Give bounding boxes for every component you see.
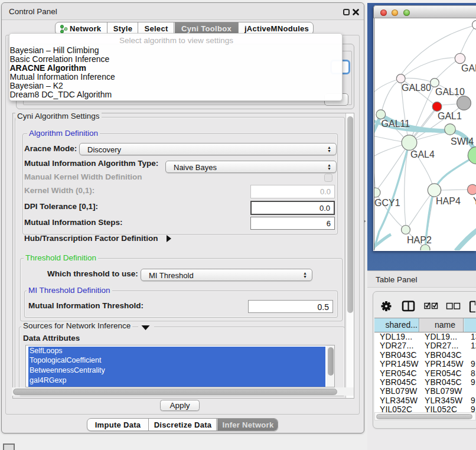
svg-text:GAL11: GAL11 bbox=[382, 119, 410, 129]
svg-text:GCY1: GCY1 bbox=[374, 198, 400, 208]
svg-text:GAL4: GAL4 bbox=[410, 149, 435, 159]
svg-text:SWI4: SWI4 bbox=[451, 136, 474, 146]
svg-text:GAL1: GAL1 bbox=[438, 111, 462, 121]
svg-text:HAP4: HAP4 bbox=[436, 196, 461, 206]
svg-text:Y: Y bbox=[473, 196, 476, 206]
svg-text:HAP2: HAP2 bbox=[407, 235, 432, 245]
svg-text:GAL2: GAL2 bbox=[461, 63, 476, 73]
svg-text:GAL80: GAL80 bbox=[402, 83, 431, 93]
svg-text:GAL10: GAL10 bbox=[435, 87, 465, 97]
